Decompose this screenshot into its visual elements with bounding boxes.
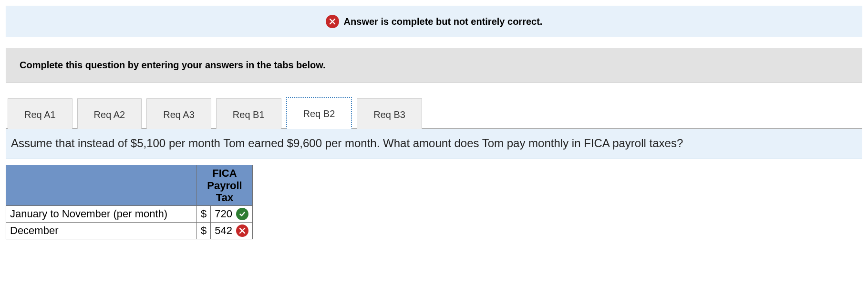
x-icon <box>236 224 248 237</box>
header-blank <box>6 165 197 206</box>
tab-req-a3[interactable]: Req A3 <box>146 98 211 129</box>
header-fica: FICA Payroll Tax <box>197 165 253 206</box>
x-icon <box>326 15 339 28</box>
table-row: January to November (per month) $ 720 <box>6 206 253 223</box>
tab-label: Req B1 <box>233 109 265 120</box>
tab-req-a2[interactable]: Req A2 <box>77 98 142 129</box>
status-text: Answer is complete but not entirely corr… <box>344 16 543 27</box>
answer-table: FICA Payroll Tax January to November (pe… <box>6 165 253 239</box>
row-label: January to November (per month) <box>6 206 197 223</box>
instruction-bar: Complete this question by entering your … <box>6 48 862 83</box>
tab-label: Req A2 <box>94 109 125 120</box>
check-icon <box>236 208 248 220</box>
row-label: December <box>6 223 197 239</box>
answer-cell[interactable]: 720 <box>211 206 253 223</box>
tab-req-b3[interactable]: Req B3 <box>357 98 422 129</box>
answer-cell[interactable]: 542 <box>211 223 253 239</box>
answer-value: 542 <box>215 224 232 237</box>
tab-label: Req A3 <box>163 109 195 120</box>
tab-req-a1[interactable]: Req A1 <box>8 98 72 129</box>
tab-label: Req B2 <box>303 108 335 119</box>
tab-label: Req B3 <box>373 109 405 120</box>
answer-value: 720 <box>215 208 232 220</box>
table-row: December $ 542 <box>6 223 253 239</box>
status-banner: Answer is complete but not entirely corr… <box>6 6 862 37</box>
currency-symbol: $ <box>197 223 211 239</box>
tab-req-b2[interactable]: Req B2 <box>286 97 352 129</box>
tabs-row: Req A1 Req A2 Req A3 Req B1 Req B2 Req B… <box>6 96 862 129</box>
currency-symbol: $ <box>197 206 211 223</box>
question-prompt: Assume that instead of $5,100 per month … <box>6 129 862 159</box>
instruction-text: Complete this question by entering your … <box>20 60 326 70</box>
tab-req-b1[interactable]: Req B1 <box>216 98 281 129</box>
header-fica-text: FICA Payroll Tax <box>207 167 242 203</box>
prompt-text: Assume that instead of $5,100 per month … <box>11 137 683 150</box>
tab-label: Req A1 <box>24 109 56 120</box>
